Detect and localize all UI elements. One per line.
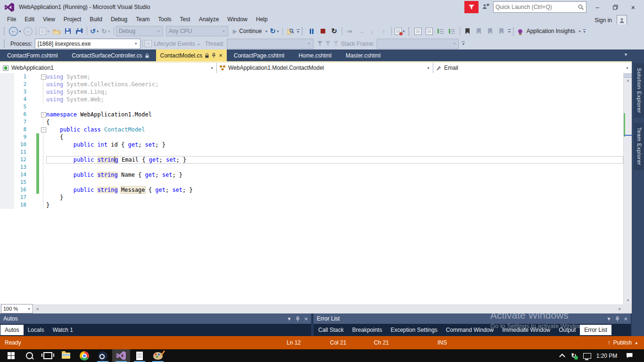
fold-margin[interactable]	[39, 186, 46, 194]
code-line-8[interactable]: 8- public class ContactModel	[0, 126, 623, 133]
line-number[interactable]: 14	[14, 171, 26, 179]
fold-margin[interactable]	[39, 81, 46, 88]
line-number[interactable]: 15	[14, 179, 26, 186]
locals-tab[interactable]: Locals	[24, 325, 49, 335]
fold-margin[interactable]	[39, 156, 46, 164]
toolbar-drag-handle[interactable]	[4, 27, 6, 35]
tab-list-dropdown[interactable]: ▼	[624, 52, 628, 57]
tray-network-icon[interactable]	[581, 349, 593, 362]
code-text[interactable]	[46, 148, 623, 156]
fold-margin[interactable]	[39, 141, 46, 148]
increase-indent-button[interactable]	[446, 26, 458, 36]
breakpoints-tab[interactable]: Breakpoints	[348, 325, 386, 335]
restart-debugging-button[interactable]: ↻	[329, 26, 340, 36]
output-tab[interactable]: Output	[554, 325, 580, 335]
stop-debugging-button[interactable]	[317, 26, 329, 36]
code-line-1[interactable]: 1-using System;	[0, 73, 623, 81]
undo-button[interactable]: ↺▼	[89, 26, 100, 36]
code-text[interactable]: using System.Web;	[46, 96, 623, 103]
menu-tools[interactable]: Tools	[154, 15, 176, 24]
line-number[interactable]: 11	[14, 148, 26, 156]
line-number[interactable]: 3	[14, 88, 26, 96]
autos-pin-icon[interactable]	[296, 316, 300, 321]
scroll-right-arrow[interactable]: ►	[618, 307, 622, 311]
collapse-box-icon[interactable]: -	[41, 127, 46, 132]
menu-file[interactable]: File	[3, 15, 20, 24]
paint-icon[interactable]	[149, 349, 167, 362]
code-text[interactable]: {	[46, 133, 623, 141]
line-number[interactable]: 5	[14, 103, 26, 111]
display-quick-info-button[interactable]	[424, 26, 435, 36]
code-text[interactable]: public string Name { get; set; }	[46, 171, 623, 179]
menu-build[interactable]: Build	[85, 15, 107, 24]
line-number[interactable]: 12	[14, 156, 26, 164]
step-into-button[interactable]: ↓	[367, 26, 378, 36]
immediate-window-tab[interactable]: Immediate Window	[498, 325, 554, 335]
breakpoint-margin[interactable]	[0, 194, 14, 201]
editor-vertical-scrollbar[interactable]: ▲ ▼	[623, 73, 632, 304]
editor-horizontal-scrollbar[interactable]: ◄ ►	[34, 304, 623, 313]
step-over-button[interactable]: →	[355, 26, 367, 36]
code-line-2[interactable]: 2using System.Collections.Generic;	[0, 81, 623, 88]
sign-in-link[interactable]: Sign in	[594, 17, 612, 24]
autos-window-menu-icon[interactable]: ▼	[287, 316, 292, 321]
debug-location-overflow-button[interactable]: ▼	[462, 41, 465, 46]
fold-margin[interactable]	[39, 164, 46, 171]
code-text[interactable]: public class ContactModel	[46, 126, 623, 133]
publish-button[interactable]: ↑ Publish ▲	[608, 339, 638, 346]
menu-project[interactable]: Project	[59, 15, 85, 24]
fold-margin[interactable]	[39, 103, 46, 111]
tray-show-hidden-icons[interactable]	[556, 349, 568, 362]
menu-test[interactable]: Test	[176, 15, 195, 24]
fold-margin[interactable]	[39, 133, 46, 141]
error-list-tab[interactable]: Error List	[580, 325, 611, 335]
fold-margin[interactable]	[39, 194, 46, 201]
menu-debug[interactable]: Debug	[107, 15, 132, 24]
code-line-16[interactable]: 16 public string Message { get; set; }	[0, 186, 623, 194]
send-feedback-button[interactable]	[464, 1, 479, 13]
code-line-3[interactable]: 3using System.Linq;	[0, 88, 623, 96]
fold-margin[interactable]	[39, 201, 46, 209]
code-text[interactable]: public string Message { get; set; }	[46, 186, 623, 194]
line-number[interactable]: 7	[14, 118, 26, 126]
menu-help[interactable]: Help	[252, 15, 272, 24]
navigate-forward-button[interactable]: →	[23, 26, 34, 36]
code-line-6[interactable]: 6-namespace WebApplication1.Model	[0, 111, 623, 118]
code-line-13[interactable]: 13	[0, 164, 623, 171]
autos-panel-title-bar[interactable]: Autos ▼ ×	[0, 313, 311, 324]
restart-app-button[interactable]: ↻▼	[269, 26, 281, 36]
collapse-box-icon[interactable]: -	[41, 112, 46, 117]
command-window-tab[interactable]: Command Window	[442, 325, 498, 335]
code-text[interactable]: public int id { get; set; }	[46, 141, 623, 148]
code-line-9[interactable]: 9 {	[0, 133, 623, 141]
feedback-smiley-icon[interactable]	[482, 3, 489, 11]
stack-frame-dropdown[interactable]: ▼	[377, 39, 459, 49]
line-number[interactable]: 8	[14, 126, 26, 133]
show-next-statement-button[interactable]: ⇒	[344, 26, 355, 36]
redo-button[interactable]: ↻▼	[100, 26, 112, 36]
solution-configurations-dropdown[interactable]: Debug▼	[116, 26, 163, 36]
fold-margin[interactable]	[39, 96, 46, 103]
fold-margin[interactable]	[39, 148, 46, 156]
start-button[interactable]	[2, 349, 20, 362]
editor-splitter-handle[interactable]	[624, 73, 632, 78]
code-text[interactable]: using System;	[46, 73, 623, 81]
text-editor-toolbar-drag-handle[interactable]	[408, 27, 411, 35]
clear-bookmarks-button[interactable]	[496, 26, 507, 36]
lifecycle-events-dropdown[interactable]: Lifecycle Events ▼	[154, 41, 200, 47]
restore-button[interactable]	[608, 1, 622, 13]
project-dropdown[interactable]: WebApplication1▼	[0, 63, 217, 73]
next-bookmark-button[interactable]	[485, 26, 496, 36]
toggle-bookmark-button[interactable]	[462, 26, 473, 36]
solution-platforms-dropdown[interactable]: Any CPU▼	[166, 26, 228, 36]
solution-explorer-tab[interactable]: Solution Explorer	[634, 63, 644, 118]
breakpoint-margin[interactable]	[0, 81, 14, 88]
tab-contactpage[interactable]: ContactPage.cshtml	[227, 49, 291, 61]
breakpoint-margin[interactable]	[0, 73, 14, 81]
line-number[interactable]: 18	[14, 201, 26, 209]
code-line-11[interactable]: 11	[0, 148, 623, 156]
steam-icon[interactable]	[94, 349, 112, 362]
code-text[interactable]: {	[46, 118, 623, 126]
breakpoint-margin[interactable]	[0, 201, 14, 209]
error-list-close-icon[interactable]: ×	[624, 315, 627, 322]
